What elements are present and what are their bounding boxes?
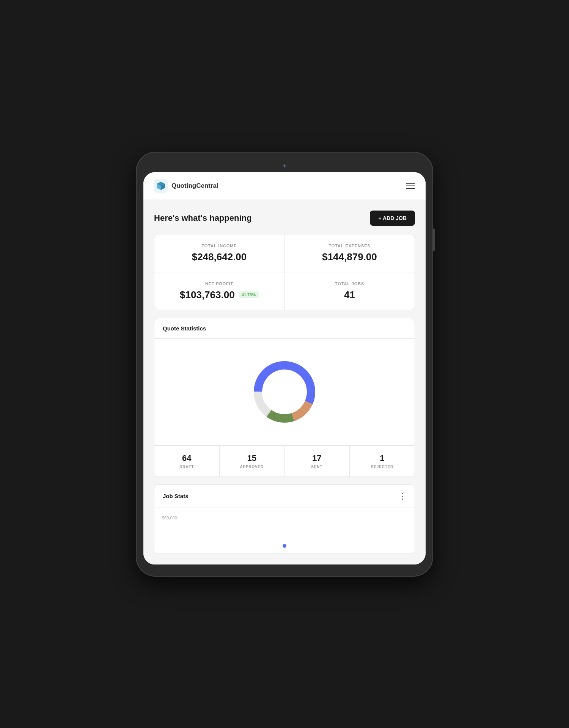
- hamburger-menu[interactable]: [406, 183, 415, 189]
- quote-stats-header: Quote Statistics: [154, 318, 415, 339]
- profit-row: $103,763.00 41.73%: [166, 289, 273, 301]
- legend-draft: 64 DRAFT: [154, 446, 220, 476]
- net-profit-value: $103,763.00: [180, 289, 235, 301]
- job-stats-card: Job Stats ⋮ $60,000: [154, 484, 415, 554]
- three-dots-menu[interactable]: ⋮: [399, 492, 406, 501]
- legend-sent: 17 SENT: [284, 446, 350, 476]
- legend-approved-label: APPROVED: [223, 465, 281, 469]
- legend-rejected: 1 REJECTED: [350, 446, 415, 476]
- logo-area: QuotingCentral: [154, 179, 218, 193]
- total-expenses-label: TOTAL EXPENSES: [296, 244, 403, 248]
- legend-sent-value: 17: [288, 453, 346, 463]
- donut-container: [154, 339, 415, 445]
- legend-draft-label: DRAFT: [158, 465, 215, 469]
- legend-approved: 15 APPROVED: [220, 446, 285, 476]
- net-profit-stat: NET PROFIT $103,763.00 41.73%: [154, 272, 284, 310]
- chart-dot: [283, 544, 286, 548]
- side-button: [433, 228, 435, 251]
- stats-grid-top: TOTAL INCOME $248,642.00 TOTAL EXPENSES …: [154, 234, 415, 272]
- logo-icon: [154, 179, 168, 193]
- page-header: Here's what's happening + ADD JOB: [154, 211, 415, 226]
- tablet-frame: QuotingCentral Here's what's happening +…: [137, 153, 432, 576]
- total-jobs-stat: TOTAL JOBS 41: [284, 272, 415, 310]
- chart-bar-area: [162, 516, 407, 546]
- total-jobs-value: 41: [296, 289, 403, 301]
- total-income-value: $248,642.00: [166, 251, 273, 263]
- job-stats-header: Job Stats ⋮: [154, 485, 415, 508]
- job-stats-chart-area: $60,000: [154, 508, 415, 553]
- legend-draft-value: 64: [158, 453, 215, 463]
- total-jobs-label: TOTAL JOBS: [296, 281, 403, 286]
- total-expenses-stat: TOTAL EXPENSES $144,879.00: [284, 234, 415, 272]
- quote-legend: 64 DRAFT 15 APPROVED 17 SENT 1 REJECTED: [154, 445, 415, 476]
- total-income-stat: TOTAL INCOME $248,642.00: [154, 234, 284, 272]
- hamburger-line-1: [406, 183, 415, 184]
- stats-grid-bottom: NET PROFIT $103,763.00 41.73% TOTAL JOBS…: [154, 272, 415, 310]
- add-job-button[interactable]: + ADD JOB: [370, 211, 415, 226]
- total-income-label: TOTAL INCOME: [166, 244, 273, 248]
- chart-y-label: $60,000: [162, 516, 177, 520]
- tablet-camera: [283, 164, 286, 168]
- legend-rejected-label: REJECTED: [354, 465, 411, 469]
- quote-stats-title: Quote Statistics: [163, 325, 206, 332]
- tablet-screen: QuotingCentral Here's what's happening +…: [143, 172, 426, 564]
- navbar: QuotingCentral: [143, 172, 426, 200]
- legend-approved-value: 15: [223, 453, 281, 463]
- profit-badge: 41.73%: [239, 291, 259, 298]
- stats-card: TOTAL INCOME $248,642.00 TOTAL EXPENSES …: [154, 234, 415, 310]
- legend-sent-label: SENT: [288, 465, 346, 469]
- legend-rejected-value: 1: [354, 453, 411, 463]
- net-profit-label: NET PROFIT: [166, 281, 273, 286]
- hamburger-line-3: [406, 188, 415, 189]
- quote-stats-card: Quote Statistics: [154, 318, 415, 477]
- total-expenses-value: $144,879.00: [296, 251, 403, 263]
- main-content: Here's what's happening + ADD JOB TOTAL …: [143, 200, 426, 564]
- job-stats-title: Job Stats: [163, 493, 189, 499]
- app-name: QuotingCentral: [171, 182, 218, 190]
- page-title: Here's what's happening: [154, 213, 251, 223]
- hamburger-line-2: [406, 186, 415, 186]
- donut-chart: [243, 350, 326, 434]
